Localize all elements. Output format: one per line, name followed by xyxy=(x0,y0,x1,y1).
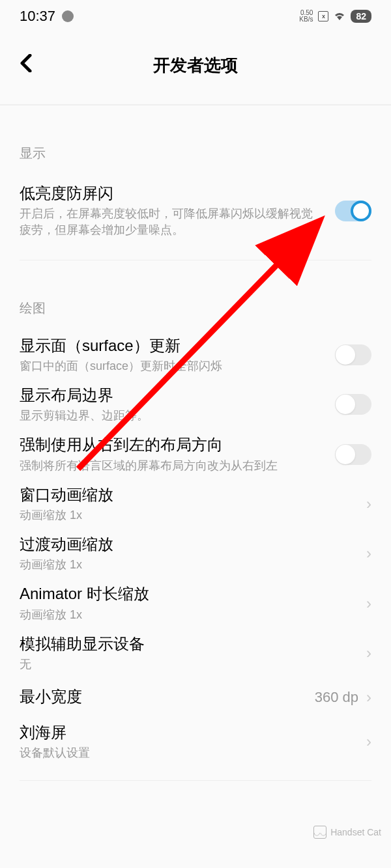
setting-subtitle: 显示剪辑边界、边距等。 xyxy=(20,408,322,424)
setting-title: Animator 时长缩放 xyxy=(20,583,353,604)
setting-title: 显示面（surface）更新 xyxy=(20,335,322,356)
content-area: 显示 低亮度防屏闪 开启后，在屏幕亮度较低时，可降低屏幕闪烁以缓解视觉疲劳，但屏… xyxy=(0,105,391,781)
chevron-right-icon: › xyxy=(366,733,371,751)
chevron-right-icon: › xyxy=(366,595,371,613)
setting-title: 过渡动画缩放 xyxy=(20,534,353,554)
setting-title: 低亮度防屏闪 xyxy=(20,183,322,203)
setting-subtitle: 开启后，在屏幕亮度较低时，可降低屏幕闪烁以缓解视觉疲劳，但屏幕会增加少量噪点。 xyxy=(20,206,322,238)
chevron-right-icon: › xyxy=(366,495,371,513)
chevron-right-icon: › xyxy=(366,688,371,707)
chevron-right-icon: › xyxy=(366,644,371,662)
sim-icon: x xyxy=(318,11,328,21)
setting-min-width[interactable]: 最小宽度 360 dp › xyxy=(0,678,391,717)
watermark-icon: ◡◡ xyxy=(313,826,326,839)
setting-title: 窗口动画缩放 xyxy=(20,484,353,505)
setting-title: 模拟辅助显示设备 xyxy=(20,634,353,654)
setting-secondary-display[interactable]: 模拟辅助显示设备 无 › xyxy=(0,628,391,678)
page-title: 开发者选项 xyxy=(153,54,238,77)
setting-subtitle: 强制将所有语言区域的屏幕布局方向改为从右到左 xyxy=(20,458,322,474)
setting-subtitle: 无 xyxy=(20,656,353,673)
battery-icon: 82 xyxy=(351,10,371,23)
setting-low-brightness-flicker[interactable]: 低亮度防屏闪 开启后，在屏幕亮度较低时，可降低屏幕闪烁以缓解视觉疲劳，但屏幕会增… xyxy=(0,175,391,247)
toggle-rtl-layout[interactable] xyxy=(335,444,371,465)
setting-title: 最小宽度 xyxy=(20,686,302,707)
status-time: 10:37 xyxy=(20,8,55,25)
setting-subtitle: 设备默认设置 xyxy=(20,745,353,761)
watermark: ◡◡ Handset Cat xyxy=(313,826,381,839)
status-bar: 10:37 0.50 KB/s x 82 xyxy=(0,0,391,33)
back-button[interactable] xyxy=(20,53,33,77)
setting-surface-update[interactable]: 显示面（surface）更新 窗口中的面（surface）更新时全部闪烁 xyxy=(0,330,391,380)
setting-rtl-layout[interactable]: 强制使用从右到左的布局方向 强制将所有语言区域的屏幕布局方向改为从右到左 xyxy=(0,429,391,479)
setting-transition-animation[interactable]: 过渡动画缩放 动画缩放 1x › xyxy=(0,529,391,578)
setting-window-animation[interactable]: 窗口动画缩放 动画缩放 1x › xyxy=(0,479,391,529)
wifi-icon xyxy=(334,10,345,23)
setting-layout-bounds[interactable]: 显示布局边界 显示剪辑边界、边距等。 xyxy=(0,380,391,429)
setting-title: 刘海屏 xyxy=(20,722,353,742)
toggle-surface-update[interactable] xyxy=(335,344,371,365)
section-header-display: 显示 xyxy=(0,119,391,175)
divider xyxy=(20,260,371,260)
setting-subtitle: 动画缩放 1x xyxy=(20,507,353,524)
setting-value: 360 dp xyxy=(315,689,358,706)
toggle-low-brightness[interactable] xyxy=(335,201,371,221)
setting-title: 显示布局边界 xyxy=(20,385,322,405)
page-header: 开发者选项 xyxy=(0,39,391,91)
setting-subtitle: 动画缩放 1x xyxy=(20,557,353,573)
setting-animator-duration[interactable]: Animator 时长缩放 动画缩放 1x › xyxy=(0,578,391,628)
compass-icon xyxy=(62,10,74,22)
section-header-drawing: 绘图 xyxy=(0,273,391,330)
toggle-layout-bounds[interactable] xyxy=(335,394,371,415)
network-speed: 0.50 KB/s xyxy=(299,10,313,23)
setting-subtitle: 窗口中的面（surface）更新时全部闪烁 xyxy=(20,358,322,374)
chevron-right-icon: › xyxy=(366,544,371,563)
divider xyxy=(20,780,371,781)
setting-notch[interactable]: 刘海屏 设备默认设置 › xyxy=(0,717,391,766)
status-right: 0.50 KB/s x 82 xyxy=(299,10,371,23)
setting-title: 强制使用从右到左的布局方向 xyxy=(20,434,322,455)
status-left: 10:37 xyxy=(20,8,74,25)
setting-subtitle: 动画缩放 1x xyxy=(20,607,353,623)
watermark-text: Handset Cat xyxy=(330,827,381,837)
